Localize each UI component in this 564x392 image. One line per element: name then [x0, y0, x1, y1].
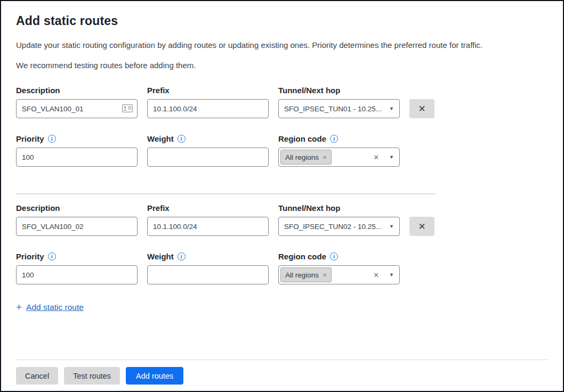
plus-icon: + — [16, 302, 22, 312]
description-label: Description — [16, 86, 138, 95]
prefix-label: Prefix — [147, 203, 269, 213]
remove-route-button[interactable]: ✕ — [409, 217, 434, 236]
add-routes-button[interactable]: Add routes — [126, 367, 183, 385]
description-field-group: Description — [16, 203, 138, 236]
priority-label: Priority i — [16, 134, 138, 143]
region-code-label-text: Region code — [278, 252, 326, 261]
description-field-group: Description — [16, 86, 138, 118]
prefix-input[interactable] — [147, 99, 269, 118]
tunnel-field-group: Tunnel/Next hop SFO_IPSEC_TUN01 - 10.25.… — [278, 86, 400, 118]
description-input[interactable] — [16, 99, 138, 118]
chevron-down-icon: ▼ — [389, 106, 394, 111]
remove-route-button[interactable]: ✕ — [409, 99, 434, 118]
weight-input[interactable] — [147, 148, 269, 167]
priority-input[interactable] — [16, 148, 138, 167]
info-icon[interactable]: i — [330, 135, 338, 143]
description-label-text: Description — [16, 86, 60, 95]
region-code-select[interactable]: All regions ✕ ✕ ▼ — [278, 265, 400, 284]
priority-field-group: Priority i — [16, 134, 138, 167]
clear-selection-icon[interactable]: ✕ — [373, 271, 379, 279]
tunnel-select-value: SFO_IPSEC_TUN01 - 10.25... — [284, 105, 382, 113]
weight-label-text: Weight — [147, 134, 174, 143]
add-static-routes-panel: Add static routes Update your static rou… — [0, 0, 564, 392]
prefix-input[interactable] — [147, 217, 269, 236]
info-icon[interactable]: i — [48, 252, 56, 260]
footer: Cancel Test routes Add routes — [16, 360, 548, 385]
region-code-field-group: Region code i All regions ✕ ✕ ▼ — [278, 134, 400, 167]
weight-label-text: Weight — [147, 252, 174, 261]
intro-text: Update your static routing configuration… — [16, 40, 548, 50]
weight-label: Weight i — [147, 252, 269, 261]
prefix-label: Prefix — [147, 86, 269, 95]
weight-field-group: Weight i — [147, 134, 269, 167]
region-tag: All regions ✕ — [280, 267, 332, 282]
priority-label: Priority i — [16, 252, 138, 261]
region-code-select[interactable]: All regions ✕ ✕ ▼ — [278, 148, 400, 167]
clear-selection-icon[interactable]: ✕ — [373, 153, 379, 161]
tunnel-label-text: Tunnel/Next hop — [278, 86, 340, 95]
prefix-label-text: Prefix — [147, 203, 170, 213]
tag-remove-icon[interactable]: ✕ — [323, 154, 327, 160]
weight-field-group: Weight i — [147, 252, 269, 284]
page-title: Add static routes — [16, 14, 548, 28]
priority-input[interactable] — [16, 265, 138, 284]
priority-label-text: Priority — [16, 134, 44, 143]
tunnel-select[interactable]: SFO_IPSEC_TUN01 - 10.25... ▼ — [278, 99, 400, 118]
recommendation-text: We recommend testing routes before addin… — [16, 61, 548, 70]
region-code-label: Region code i — [278, 134, 400, 143]
description-label: Description — [16, 203, 138, 213]
region-code-field-group: Region code i All regions ✕ ✕ ▼ — [278, 252, 400, 284]
tunnel-label: Tunnel/Next hop — [278, 203, 400, 213]
footer-divider — [16, 360, 548, 360]
description-input[interactable] — [16, 217, 138, 236]
weight-label: Weight i — [147, 134, 269, 143]
tunnel-field-group: Tunnel/Next hop SFO_IPSEC_TUN02 - 10.25.… — [278, 203, 400, 236]
region-tag: All regions ✕ — [280, 150, 332, 165]
info-icon[interactable]: i — [48, 135, 56, 143]
info-icon[interactable]: i — [178, 252, 186, 260]
tunnel-label: Tunnel/Next hop — [278, 86, 400, 95]
route-entry-2: Description Prefix Tunnel/Next hop SFO_I… — [16, 203, 548, 284]
region-code-label: Region code i — [278, 252, 400, 261]
chevron-down-icon: ▼ — [389, 224, 394, 229]
info-icon[interactable]: i — [330, 252, 338, 260]
priority-label-text: Priority — [16, 252, 44, 261]
test-routes-button[interactable]: Test routes — [64, 367, 120, 385]
info-icon[interactable]: i — [178, 135, 186, 143]
priority-field-group: Priority i — [16, 252, 138, 284]
tunnel-label-text: Tunnel/Next hop — [278, 203, 340, 213]
add-static-route-link[interactable]: Add static route — [26, 303, 84, 312]
weight-input[interactable] — [147, 265, 269, 284]
chevron-down-icon: ▼ — [389, 154, 394, 160]
description-label-text: Description — [16, 203, 60, 213]
prefix-field-group: Prefix — [147, 203, 269, 236]
region-tag-label: All regions — [285, 153, 319, 161]
prefix-label-text: Prefix — [147, 86, 170, 95]
tunnel-select-value: SFO_IPSEC_TUN02 - 10.25... — [284, 223, 382, 231]
tunnel-select[interactable]: SFO_IPSEC_TUN02 - 10.25... ▼ — [278, 217, 400, 236]
region-tag-label: All regions — [285, 271, 319, 279]
tag-remove-icon[interactable]: ✕ — [323, 272, 327, 278]
route-entry-1: Description Prefix — [16, 86, 548, 167]
chevron-down-icon: ▼ — [389, 272, 394, 277]
prefix-field-group: Prefix — [147, 86, 269, 118]
add-static-route-row: + Add static route — [16, 302, 548, 312]
cancel-button[interactable]: Cancel — [16, 367, 58, 385]
section-divider — [16, 193, 436, 194]
region-code-label-text: Region code — [278, 134, 326, 143]
